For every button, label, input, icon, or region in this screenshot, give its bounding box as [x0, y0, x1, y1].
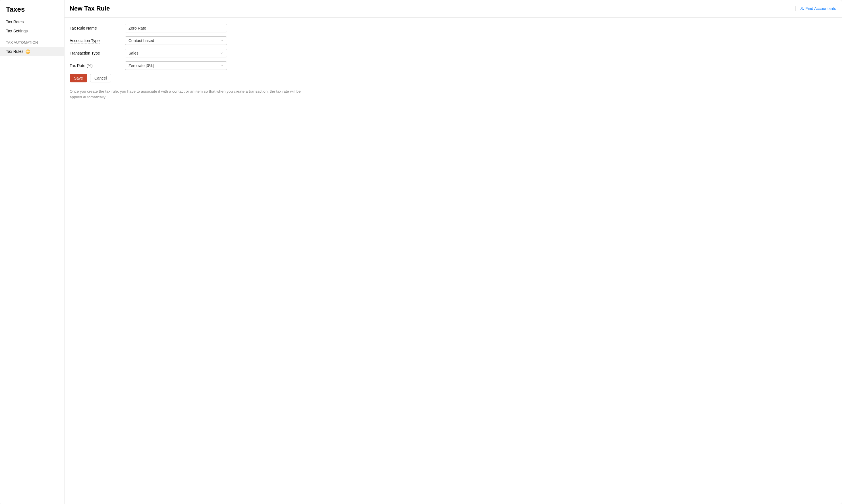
label-rule-name: Tax Rule Name — [70, 26, 125, 31]
sidebar-item-label: Tax Rates — [6, 20, 23, 24]
tax-rate-select[interactable]: Zero rate [0%] — [125, 61, 227, 70]
sidebar-item-label: Tax Rules — [6, 49, 23, 54]
page-title: New Tax Rule — [70, 5, 110, 12]
new-badge-text: NEW — [26, 51, 30, 53]
save-button[interactable]: Save — [70, 74, 87, 83]
transaction-type-select[interactable]: Sales — [125, 49, 227, 57]
sidebar: Taxes Tax Rates Tax Settings TAX AUTOMAT… — [0, 0, 65, 504]
chevron-down-icon — [220, 39, 224, 42]
label-text: Association Type — [70, 38, 100, 43]
form-row-rule-name: Tax Rule Name — [70, 24, 837, 32]
association-type-select[interactable]: Contact based — [125, 36, 227, 45]
cancel-button[interactable]: Cancel — [90, 74, 111, 83]
button-row: Save Cancel — [70, 74, 837, 83]
form-area: Tax Rule Name Association Type Contact b… — [65, 18, 842, 107]
label-association-type: Association Type — [70, 38, 125, 43]
person-search-icon — [800, 6, 804, 11]
select-value: Contact based — [128, 38, 154, 43]
sidebar-item-label: Tax Settings — [6, 29, 28, 33]
sidebar-section-header: TAX AUTOMATION — [0, 36, 64, 47]
form-row-association-type: Association Type Contact based — [70, 36, 837, 45]
label-tax-rate: Tax Rate (%) — [70, 64, 125, 68]
svg-line-2 — [803, 10, 804, 10]
sidebar-title: Taxes — [0, 0, 64, 17]
label-text: Transaction Type — [70, 51, 100, 56]
sidebar-item-tax-settings[interactable]: Tax Settings — [0, 26, 64, 36]
sidebar-item-tax-rules[interactable]: Tax Rules NEW — [0, 47, 64, 56]
label-text: Tax Rate (%) — [70, 64, 93, 68]
find-accountants-link[interactable]: Find Accountants — [800, 6, 836, 11]
select-value: Zero rate [0%] — [128, 64, 154, 68]
chevron-down-icon — [220, 64, 224, 67]
svg-point-0 — [801, 7, 803, 8]
form-row-tax-rate: Tax Rate (%) Zero rate [0%] — [70, 61, 837, 70]
tax-rule-name-input[interactable] — [125, 24, 227, 32]
find-accountants-label: Find Accountants — [806, 6, 836, 11]
header-link-wrap: Find Accountants — [795, 6, 836, 11]
select-value: Sales — [128, 51, 138, 55]
form-row-transaction-type: Transaction Type Sales — [70, 49, 837, 57]
helper-text: Once you create the tax rule, you have t… — [70, 89, 303, 100]
label-text: Tax Rule Name — [70, 26, 97, 31]
sidebar-item-tax-rates[interactable]: Tax Rates — [0, 17, 64, 26]
new-badge-icon: NEW — [25, 50, 30, 54]
main-content: New Tax Rule Find Accountants Tax Rule N… — [65, 0, 842, 504]
main-header: New Tax Rule Find Accountants — [65, 0, 842, 18]
label-transaction-type: Transaction Type — [70, 51, 125, 55]
chevron-down-icon — [220, 51, 224, 55]
